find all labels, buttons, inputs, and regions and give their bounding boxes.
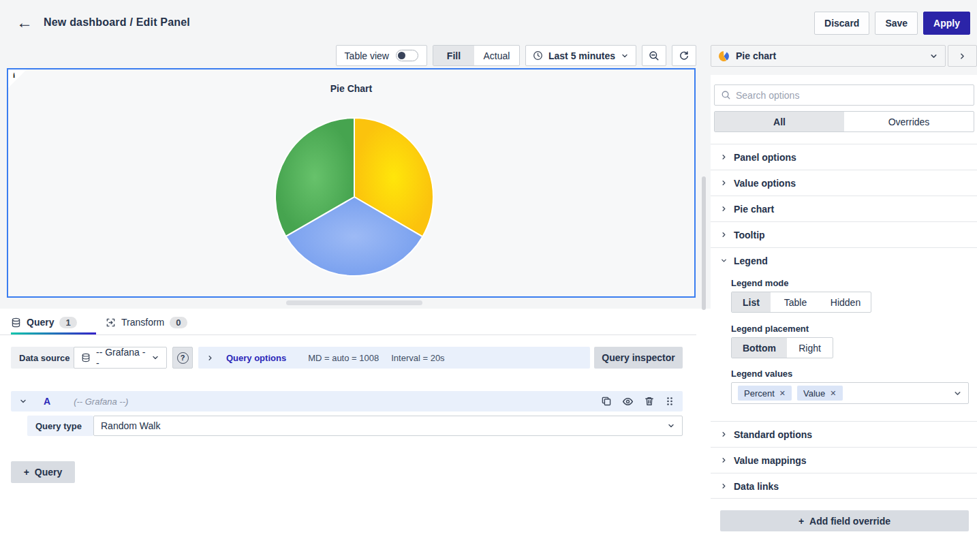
section-label: Legend [734, 255, 768, 266]
section-legend[interactable]: Legend [711, 247, 977, 273]
zoom-out-button[interactable] [642, 45, 666, 66]
toggle-switch[interactable] [396, 50, 418, 61]
section-label: Value mappings [734, 455, 807, 466]
legend-mode-list[interactable]: List [732, 292, 771, 312]
tab-transform[interactable]: Transform 0 [106, 312, 187, 332]
page-title: New dashboard / Edit Panel [44, 16, 190, 29]
chip-value: Value ✕ [797, 386, 843, 401]
search-icon [721, 90, 731, 100]
chevron-right-icon [206, 354, 214, 362]
chevron-right-icon [720, 431, 728, 438]
query-inspector-button[interactable]: Query inspector [594, 347, 683, 369]
table-view-label: Table view [345, 50, 389, 61]
section-value-options[interactable]: Value options [711, 170, 977, 196]
clock-icon [533, 50, 543, 61]
query-ref-id: A [44, 396, 50, 407]
chevron-right-icon [720, 153, 728, 161]
duplicate-icon[interactable] [601, 396, 612, 407]
legend-placement-right[interactable]: Right [787, 338, 833, 358]
drag-handle-icon[interactable] [665, 396, 674, 407]
tabs-divider [0, 335, 696, 335]
refresh-icon [679, 50, 689, 61]
chevron-down-icon [720, 257, 728, 264]
time-range-picker[interactable]: Last 5 minutes [525, 45, 636, 66]
remove-chip-icon[interactable]: ✕ [779, 389, 786, 398]
legend-mode-table[interactable]: Table [771, 292, 820, 312]
chevron-right-icon [720, 456, 728, 464]
query-type-value: Random Walk [101, 420, 160, 431]
back-button[interactable]: ← [16, 14, 33, 31]
add-field-override-button[interactable]: + Add field override [720, 510, 969, 531]
legend-placement-bottom[interactable]: Bottom [732, 338, 787, 358]
panel-resize-handle[interactable] [286, 300, 422, 305]
panel-toolbar: Table view Fill Actual Last 5 minutes [0, 45, 696, 66]
fill-actual-segment: Fill Actual [433, 45, 520, 66]
edit-panel: i Pie Chart [7, 68, 696, 298]
discard-button[interactable]: Discard [814, 12, 869, 35]
section-tooltip[interactable]: Tooltip [711, 221, 977, 247]
chevron-down-icon [151, 354, 159, 362]
database-icon [81, 353, 91, 362]
apply-button[interactable]: Apply [923, 12, 970, 35]
tab-query[interactable]: Query 1 [11, 312, 77, 332]
add-query-label: Query [35, 467, 62, 478]
chevron-right-icon [958, 52, 967, 61]
add-query-button[interactable]: + Query [11, 461, 75, 483]
table-view-toggle[interactable]: Table view [336, 45, 427, 66]
trash-icon[interactable] [644, 396, 655, 407]
search-options-box [714, 84, 974, 106]
datasource-select[interactable]: -- Grafana -- [74, 347, 167, 369]
topbar-actions: Discard Save Apply [814, 12, 970, 35]
section-panel-options[interactable]: Panel options [711, 144, 977, 170]
section-label: Tooltip [734, 230, 765, 240]
tab-overrides[interactable]: Overrides [844, 112, 974, 131]
search-options-input[interactable] [736, 90, 967, 101]
section-label: Standard options [734, 429, 812, 440]
options-filter-tabs: All Overrides [714, 111, 974, 132]
transform-count-badge: 0 [170, 317, 187, 328]
datasource-help-button[interactable]: ? [172, 347, 193, 369]
query-options-label: Query options [226, 353, 286, 363]
query-type-select[interactable]: Random Walk [93, 416, 683, 436]
section-pie-chart[interactable]: Pie chart [711, 196, 977, 221]
panel-title: Pie Chart [8, 83, 694, 94]
query-row-actions [601, 396, 674, 407]
tab-query-label: Query [27, 317, 54, 328]
legend-mode-hidden[interactable]: Hidden [820, 292, 871, 312]
section-standard-options[interactable]: Standard options [711, 421, 977, 447]
collapse-chevron-icon[interactable] [19, 397, 27, 405]
section-value-mappings[interactable]: Value mappings [711, 447, 977, 473]
visualization-name: Pie chart [736, 50, 776, 61]
fill-button[interactable]: Fill [433, 46, 474, 65]
section-label: Pie chart [734, 204, 774, 215]
max-data-points-value: MD = auto = 1008 [308, 353, 379, 363]
legend-values-label: Legend values [731, 369, 792, 379]
chevron-right-icon [720, 482, 728, 490]
main-scrollbar[interactable] [702, 176, 706, 310]
pane-collapse-button[interactable] [948, 45, 977, 67]
visualization-select[interactable]: Pie chart [711, 45, 946, 67]
section-data-links[interactable]: Data links [711, 473, 977, 499]
query-type-label: Query type [27, 416, 93, 436]
actual-button[interactable]: Actual [474, 46, 519, 65]
info-icon: i [13, 71, 15, 79]
query-options-bar[interactable]: Query options MD = auto = 1008 Interval … [198, 347, 590, 369]
remove-chip-icon[interactable]: ✕ [830, 389, 836, 398]
section-label: Value options [734, 178, 796, 189]
toggle-knob [398, 52, 405, 59]
time-range-label: Last 5 minutes [548, 50, 615, 61]
chevron-right-icon [720, 231, 728, 238]
transform-icon [106, 317, 116, 328]
tab-all[interactable]: All [715, 112, 844, 131]
sections-end-divider [711, 498, 977, 499]
query-inspector-label: Query inspector [602, 352, 674, 363]
refresh-button[interactable] [672, 45, 696, 66]
add-field-override-label: Add field override [809, 516, 890, 527]
legend-values-select[interactable]: Percent ✕ Value ✕ [731, 382, 969, 404]
datasource-value: -- Grafana -- [96, 347, 146, 369]
datasource-label: Data source [11, 347, 78, 369]
save-button[interactable]: Save [875, 12, 918, 35]
query-row-header[interactable]: A (-- Grafana --) [11, 391, 683, 411]
hide-response-eye-icon[interactable] [622, 396, 634, 407]
legend-mode-label: Legend mode [731, 278, 789, 288]
